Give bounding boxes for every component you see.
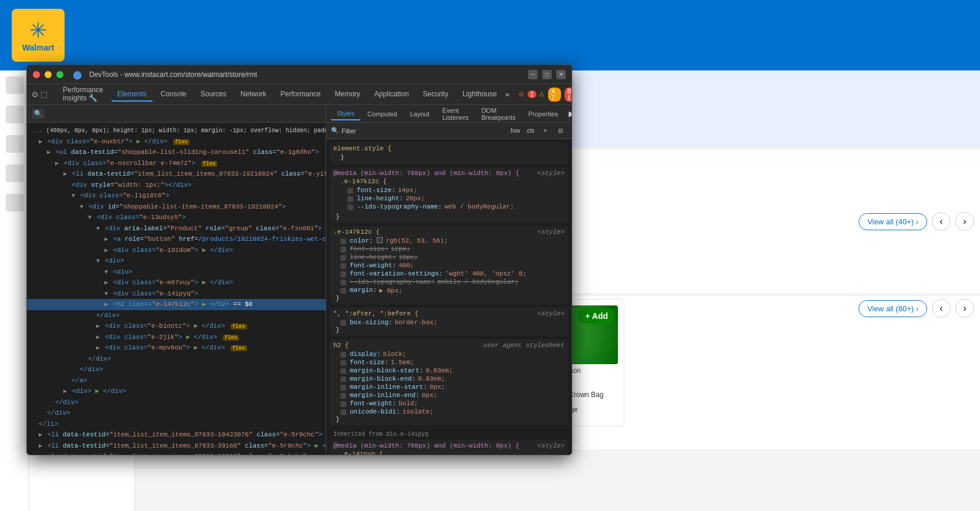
close-icon[interactable]: ✕: [556, 70, 566, 79]
inspect-element-button[interactable]: ⊙: [32, 88, 38, 101]
elem-line-1: ... (400px, 0px, 0px); height: 1px; widt…: [27, 125, 326, 136]
styles-tab-computed[interactable]: Computed: [361, 108, 403, 120]
css-source-2[interactable]: <style>: [538, 228, 565, 236]
css-line-margininlineend: margin-inline-end: 0px;: [333, 391, 565, 399]
elem-line-6: <div style="width: 1px;"></div>: [27, 180, 326, 191]
elements-toolbar: 🔍: [27, 105, 326, 123]
tab-sources[interactable]: Sources: [195, 88, 232, 102]
next-arrow-1[interactable]: ›: [955, 212, 974, 231]
responsive-mode-button[interactable]: ⬚: [40, 88, 48, 101]
css-checkbox-9[interactable]: [340, 280, 346, 285]
view-all-button-2[interactable]: View all (80+) ›: [859, 300, 927, 317]
css-selector-e147k12c: .e-147k12c {: [333, 228, 380, 236]
tab-lighthouse[interactable]: Lighthouse: [457, 88, 503, 102]
styles-tab-properties[interactable]: Properties: [523, 108, 564, 120]
elem-line-13: ▼ <div>: [27, 256, 326, 267]
elem-line-16: ▼ <div class="e-141pyq">: [27, 288, 326, 300]
css-checkbox-3[interactable]: [347, 204, 353, 210]
next-arrow-2[interactable]: ›: [955, 299, 974, 318]
css-checkbox-1[interactable]: [347, 188, 353, 194]
sidebar-icon-5[interactable]: [6, 194, 23, 211]
tab-console[interactable]: Console: [155, 88, 192, 102]
computed-toggle[interactable]: ⊟: [554, 125, 567, 137]
css-checkbox-2[interactable]: [347, 196, 353, 202]
elements-filter[interactable]: 🔍: [32, 109, 45, 119]
elem-line-4: ▶ <div class="e-nscrollbar e-74m72"> fle…: [27, 158, 326, 169]
sidebar-icon-1[interactable]: [6, 76, 23, 94]
tab-elements[interactable]: Elements: [111, 88, 153, 102]
styles-tab-styles[interactable]: Styles: [331, 107, 360, 120]
sidebar-icon-2[interactable]: [6, 106, 23, 123]
view-all-button-1[interactable]: View all (40+) ›: [859, 213, 927, 230]
elements-content: ... (400px, 0px, 0px); height: 1px; widt…: [27, 123, 326, 455]
css-line-boxsizing: box-sizing: border-box;: [333, 318, 565, 327]
css-element-style: element.style { }: [330, 143, 568, 164]
elem-line-15: ▶ <div class="e-m67vuy"> ▶ </div>: [27, 277, 326, 288]
walmart-logo-text: Walmart: [22, 43, 55, 52]
elem-line-31: ▶ <li data-testid="item_list_item_items_…: [27, 451, 326, 455]
css-checkbox-8[interactable]: [340, 271, 346, 277]
styles-tab-dom-breakpoints[interactable]: DOM Breakpoints: [475, 105, 521, 123]
prev-arrow-1[interactable]: ‹: [932, 212, 951, 231]
css-line-marginblockend: margin-block-end: 0.83em;: [333, 375, 565, 383]
css-checkbox-11[interactable]: [340, 320, 346, 326]
css-checkbox-15[interactable]: [340, 376, 346, 382]
styles-content: element.style { } @media (min-width: 768…: [326, 139, 572, 455]
sidebar-icon-3[interactable]: [6, 135, 23, 153]
tab-performance[interactable]: Performance: [275, 88, 327, 102]
filter-label: Filter: [342, 127, 356, 135]
css-checkbox-7[interactable]: [340, 263, 346, 269]
styles-tab-event-listeners[interactable]: Event Listeners: [437, 105, 475, 123]
minimize-button[interactable]: [45, 71, 52, 78]
tab-memory[interactable]: Memory: [329, 88, 366, 102]
tab-application[interactable]: Application: [369, 88, 415, 102]
prev-arrow-2[interactable]: ‹: [932, 299, 951, 318]
walmart-logo[interactable]: ✳ Walmart: [12, 9, 65, 62]
css-checkbox-17[interactable]: [340, 393, 346, 399]
maximize-button[interactable]: [56, 71, 63, 78]
css-source-5[interactable]: <style>: [538, 442, 565, 449]
css-source-3[interactable]: <style>: [538, 310, 565, 317]
css-selector-star: *, *:after, *:before {: [333, 310, 418, 317]
css-element-style-close: }: [333, 153, 565, 162]
styles-filter-bar: 🔍 Filter .hov .cls + ⊟: [326, 123, 572, 139]
walmart-header: ✳ Walmart: [0, 0, 980, 70]
css-source-1[interactable]: <style>: [538, 170, 565, 177]
styles-tab-layout[interactable]: Layout: [404, 108, 435, 120]
elem-line-26: </div>: [27, 397, 326, 408]
sidebar-icon-4[interactable]: [6, 164, 23, 182]
styles-filter-button[interactable]: ▶: [565, 107, 572, 120]
css-checkbox-10[interactable]: [340, 288, 346, 294]
tab-security[interactable]: Security: [417, 88, 454, 102]
css-checkbox-4[interactable]: [340, 238, 346, 244]
error-circle-icon: ⊘: [519, 90, 524, 98]
css-checkbox-12[interactable]: [340, 352, 346, 358]
css-checkbox-14[interactable]: [340, 368, 346, 374]
css-checkbox-19[interactable]: [340, 409, 346, 415]
restore-icon[interactable]: □: [542, 70, 552, 79]
elem-line-10: ▼ <div aria-label="Product" role="group"…: [27, 223, 326, 234]
elem-line-17-selected[interactable]: ▶ <h2 class="e-147k12c"> ▶ </h2> == $0: [27, 299, 326, 310]
styles-toolbar-actions: ▶ + ⊘ ⋮: [565, 107, 572, 120]
css-checkbox-6[interactable]: [340, 255, 346, 261]
elem-line-8: ▼ <div id="shoppable-list-item-items_878…: [27, 201, 326, 213]
minimize-icon[interactable]: ─: [528, 70, 538, 79]
css-checkbox-5[interactable]: [340, 247, 346, 253]
pseudo-cls[interactable]: .cls: [523, 125, 536, 137]
css-checkbox-13[interactable]: [340, 360, 346, 366]
css-media-2: @media (min-width: 768px) and (min-width…: [333, 442, 519, 449]
css-checkbox-16[interactable]: [340, 385, 346, 391]
tab-network[interactable]: Network: [235, 88, 272, 102]
tab-performance-insights[interactable]: Performance insights 🔧: [57, 83, 109, 106]
css-line-display-1: display: block;: [333, 350, 565, 358]
elem-line-28: </li>: [27, 419, 326, 430]
add-button-7[interactable]: + Add: [578, 308, 615, 324]
css-checkbox-18[interactable]: [340, 401, 346, 407]
more-tabs-button[interactable]: »: [505, 88, 509, 101]
close-button[interactable]: [33, 71, 40, 78]
pseudo-hover[interactable]: .hov: [508, 125, 521, 137]
walmart-star-icon: ✳: [29, 18, 47, 43]
color-swatch-1[interactable]: [377, 237, 383, 243]
error-badge: 1: [528, 90, 537, 98]
new-style[interactable]: +: [539, 125, 552, 137]
